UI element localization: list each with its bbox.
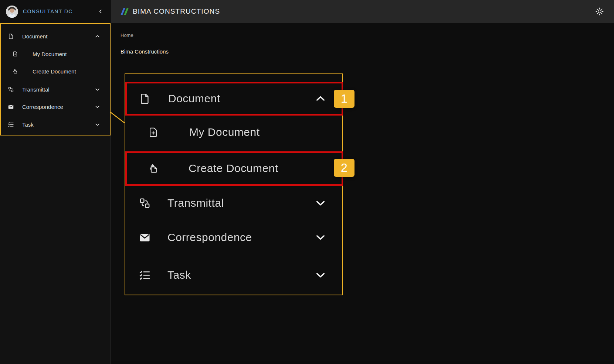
sidebar-highlight-box <box>0 23 111 135</box>
breadcrumb[interactable]: Home <box>121 32 133 38</box>
file-plus-icon <box>147 127 159 138</box>
chevron-down-icon <box>314 269 327 281</box>
app-logo-icon <box>122 8 127 15</box>
zoomed-item-my-document: My Document <box>125 120 343 144</box>
chevron-down-icon <box>314 231 327 244</box>
zoomed-item-label: Task <box>167 269 191 281</box>
zoomed-item-transmittal: Transmittal <box>125 191 343 215</box>
zoomed-item-label: My Document <box>189 126 260 138</box>
app-window: CONSULTANT DC Document My Document <box>0 0 614 364</box>
annotation-box-create-document <box>125 151 343 186</box>
annotation-box-document <box>125 82 343 116</box>
app-title: BIMA CONSTRUCTIONS <box>133 7 220 16</box>
sidebar: CONSULTANT DC Document My Document <box>0 0 111 364</box>
annotation-badge-2: 2 <box>334 159 355 177</box>
annotation-badge-1: 1 <box>334 90 355 108</box>
task-list-icon <box>139 269 151 281</box>
zoomed-item-task: Task <box>125 263 343 287</box>
sun-icon <box>595 7 604 16</box>
avatar-photo <box>6 6 18 18</box>
mail-icon <box>139 231 151 244</box>
zoomed-item-correspondence: Correspondence <box>125 226 343 249</box>
chevron-left-icon <box>98 9 103 14</box>
avatar[interactable] <box>6 6 18 18</box>
user-profile[interactable]: CONSULTANT DC <box>0 0 111 23</box>
user-name: CONSULTANT DC <box>23 8 73 14</box>
theme-toggle-button[interactable] <box>594 6 605 17</box>
bottom-divider <box>111 361 614 361</box>
chevron-down-icon <box>314 197 327 209</box>
topbar: BIMA CONSTRUCTIONS <box>111 0 614 23</box>
zoomed-item-label: Correspondence <box>167 231 252 244</box>
page-title: Bima Constructions <box>121 48 169 55</box>
zoomed-item-label: Transmittal <box>167 197 224 209</box>
transfer-nodes-icon <box>139 197 151 209</box>
sidebar-collapse-button[interactable] <box>96 7 105 16</box>
